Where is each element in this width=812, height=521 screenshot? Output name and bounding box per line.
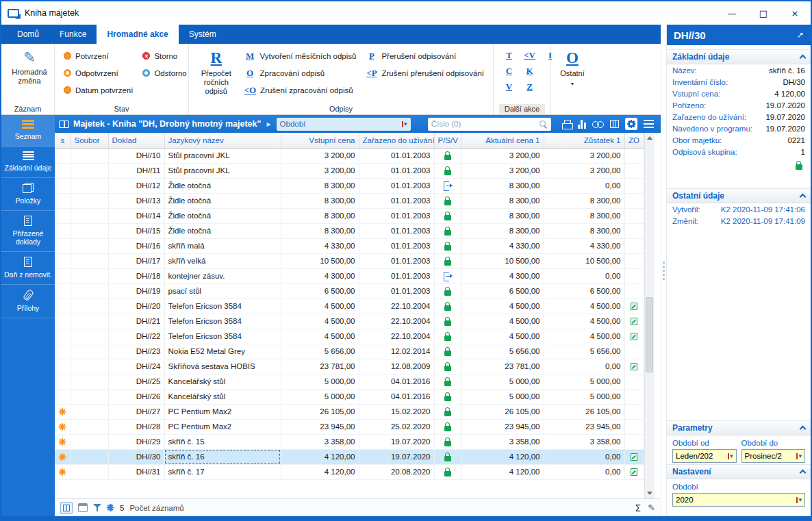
edit-pencil-icon[interactable]: ✎ — [648, 503, 655, 513]
period-dropdown-icon[interactable]: ▾ — [728, 453, 733, 459]
period-to-combo[interactable]: Prosinec/2 ▾ — [741, 449, 806, 463]
group-label-dalsi-akce[interactable]: Další akce — [494, 105, 550, 113]
table-row[interactable]: DH//19psací stůl6 500,0001.01.20036 500,… — [55, 283, 644, 298]
period-combo[interactable]: 2020 ▾ — [672, 493, 805, 507]
table-row[interactable]: DH//31skříň č. 174 120,0020.08.20204 120… — [55, 464, 644, 479]
table-row[interactable]: DH//22Telefon Ericson 35844 500,0022.10.… — [55, 329, 644, 344]
odstorno-button[interactable]: Odstorno — [138, 64, 191, 81]
filter-funnel-icon[interactable] — [93, 503, 101, 512]
col-header-zo[interactable]: ZO — [624, 133, 644, 148]
bulk-change-button[interactable]: ✎ Hromadná změna — [5, 47, 53, 86]
section-header-parametry[interactable]: Parametry — [667, 420, 811, 435]
table-row[interactable]: DH//28PC Pentium Max223 945,0025.02.2020… — [55, 419, 644, 434]
table-row[interactable]: DH//14Židle otočná8 300,0001.01.20038 30… — [55, 208, 644, 223]
view-columns-toggle-icon[interactable] — [60, 502, 73, 514]
datum-potvrzeni-button[interactable]: Datum potvrzení — [59, 81, 138, 99]
table-row[interactable]: DH//27PC Pentium Max226 105,0015.02.2020… — [55, 404, 644, 419]
tab-funkce[interactable]: Funkce — [49, 25, 97, 44]
print-icon[interactable] — [562, 120, 572, 129]
close-button[interactable]: × — [779, 1, 811, 25]
zruseni-preruseni-odpisovani-button[interactable]: <P Zrušení přerušení odpisování — [361, 64, 489, 81]
grid-menu-icon[interactable] — [644, 120, 654, 127]
sidebar-item-prirazene-doklady[interactable]: Přiřazené doklady — [1, 211, 55, 252]
preruseni-odpisovani-button[interactable]: P Přerušení odpisování — [361, 47, 489, 64]
calendar-icon[interactable] — [78, 503, 88, 512]
cell-star — [55, 193, 71, 208]
period-dropdown-icon[interactable]: ▾ — [796, 453, 802, 459]
table-row[interactable]: DH//15Židle otočná8 300,0001.01.20038 30… — [55, 223, 644, 238]
col-header-jazykovy-nazev[interactable]: Jazykový název — [164, 133, 281, 148]
ostatni-button[interactable]: O Ostatní ▾ — [555, 47, 589, 88]
col-header-psv[interactable]: P/S/V — [434, 133, 461, 148]
sidebar-item-polozky[interactable]: Položky — [1, 178, 55, 211]
table-row[interactable]: DH//30skříň č. 164 120,0019.07.20204 120… — [55, 449, 644, 464]
sidebar-item-dan-z-nemovitosti[interactable]: Daň z nemovit. — [1, 252, 55, 285]
tab-domu[interactable]: Domů — [7, 25, 49, 44]
table-row[interactable]: DH//26Kancelářský stůl5 000,0004.01.2016… — [55, 389, 644, 404]
col-header-doklad[interactable]: Doklad — [108, 133, 164, 148]
play-arrow-icon[interactable]: ▶ — [266, 121, 270, 127]
period-filter-input[interactable]: Období ▾ — [277, 118, 411, 131]
vytvoreni-mesicnich-odpisu-button[interactable]: M Vytvoření měsíčních odpisů — [240, 47, 361, 64]
scrollbar-thumb[interactable] — [646, 297, 653, 372]
col-header-soubor[interactable]: Soubor — [71, 133, 108, 148]
maximize-button[interactable]: □ — [748, 1, 779, 25]
minimize-button[interactable]: — — [716, 1, 748, 25]
col-header-s[interactable]: s — [55, 133, 71, 148]
binoculars-icon[interactable] — [592, 120, 604, 127]
zpracovani-odpisu-button[interactable]: O Zpracování odpisů — [240, 64, 361, 81]
table-row[interactable]: DH//17skříň velká10 500,0001.01.200310 5… — [55, 253, 644, 268]
table-row[interactable]: DH//13Židle otočná8 300,0001.01.20038 30… — [55, 193, 644, 208]
table-row[interactable]: DH//24Skříňová sestava HOBIS23 781,0012.… — [55, 359, 644, 374]
period-from-combo[interactable]: Leden/202 ▾ — [672, 449, 737, 463]
nastaveni-fields: Období 2020 ▾ — [667, 479, 811, 516]
table-row[interactable]: DH//10Stůl pracovní JKL3 200,0001.01.200… — [55, 148, 644, 163]
period-dropdown-icon[interactable]: ▾ — [402, 120, 407, 127]
odpotvrzeni-button[interactable]: Odpotvrzení — [59, 64, 138, 81]
scroll-up-arrow[interactable] — [645, 133, 655, 143]
columns-icon[interactable] — [610, 120, 619, 128]
chart-icon[interactable] — [578, 120, 586, 129]
sidebar-item-seznam[interactable]: Seznam — [1, 115, 55, 147]
cell-vstupni-cena: 5 000,00 — [281, 374, 359, 389]
table-row[interactable]: DH//16skříň malá4 330,0001.01.20034 330,… — [55, 238, 644, 253]
table-row[interactable]: DH//23Nokia E52 Metal Grey5 656,0012.02.… — [55, 344, 644, 359]
letter-back-v-button[interactable]: <V — [524, 50, 535, 61]
period-dropdown-icon[interactable]: ▾ — [796, 496, 802, 503]
col-header-zustatek[interactable]: Zůstatek 1 — [544, 133, 624, 148]
scroll-down-arrow[interactable] — [645, 488, 655, 498]
table-row[interactable]: DH//20Telefon Ericson 35844 500,0022.10.… — [55, 298, 644, 314]
gear-icon[interactable] — [625, 118, 637, 130]
section-header-ostatni-udaje[interactable]: Ostatní údaje — [667, 188, 811, 203]
zruseni-zpracovani-odpisu-button[interactable]: <O Zrušení zpracování odpisů — [240, 81, 361, 99]
letter-t-button[interactable]: T — [503, 50, 515, 61]
new-records-star-icon[interactable] — [107, 504, 114, 511]
table-row[interactable]: DH//29skříň č. 153 358,0019.07.20203 358… — [55, 434, 644, 449]
table-row[interactable]: DH//12Židle otočná8 300,0001.01.20038 30… — [55, 178, 644, 193]
table-row[interactable]: DH//11Stůl pracovní JKL3 200,0001.01.200… — [55, 163, 644, 178]
letter-v-button[interactable]: V — [503, 81, 515, 92]
sidebar-item-prilohy[interactable]: Přílohy — [1, 285, 55, 318]
tab-hromadne-akce[interactable]: Hromadné akce — [97, 25, 178, 44]
panel-splitter[interactable] — [661, 25, 667, 516]
table-row[interactable]: DH//25Kancelářský stůl5 000,0004.01.2016… — [55, 374, 644, 389]
vertical-scrollbar[interactable] — [644, 133, 655, 498]
section-header-zakladni-udaje[interactable]: Základní údaje — [667, 49, 811, 64]
letter-k-button[interactable]: K — [524, 66, 535, 77]
number-filter-input[interactable]: Číslo (0) — [428, 118, 551, 131]
letter-z-button[interactable]: Z — [524, 81, 535, 92]
sidebar-item-zakladni-udaje[interactable]: Základní údaje — [1, 147, 55, 178]
potvrzeni-button[interactable]: Potvrzení — [59, 47, 138, 64]
tab-system[interactable]: Systém — [179, 25, 227, 44]
sum-icon[interactable]: Σ — [635, 503, 641, 513]
col-header-vstupni-cena[interactable]: Vstupní cena — [281, 133, 359, 148]
letter-c-button[interactable]: C — [503, 66, 515, 77]
prepocet-rocnich-odpisu-button[interactable]: R Přepočet ročních odpisů — [193, 47, 240, 102]
section-header-nastaveni[interactable]: Nastavení — [667, 464, 811, 479]
table-row[interactable]: DH//18kontejner zásuv.4 300,0001.01.2003… — [55, 268, 644, 283]
expand-panel-icon[interactable]: ↗ — [797, 30, 804, 40]
col-header-aktualni-cena[interactable]: Aktuální cena 1 — [461, 133, 544, 148]
col-header-zarazeno[interactable]: Zařazeno do užívání — [359, 133, 434, 148]
table-row[interactable]: DH//21Telefon Ericson 35844 500,0022.10.… — [55, 314, 644, 329]
storno-button[interactable]: × Storno — [138, 47, 191, 64]
